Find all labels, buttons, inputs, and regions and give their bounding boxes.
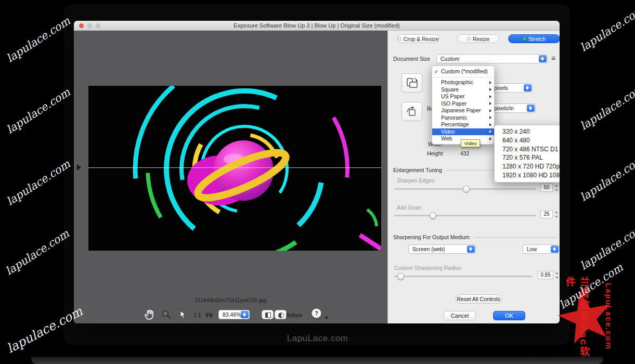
split-view-button[interactable] (262, 310, 274, 319)
zoom-level-value: 83.46% (223, 311, 241, 318)
submenu-item[interactable]: 640 x 480 (495, 136, 560, 145)
sharpen-edges-label: Sharpen Edges (397, 177, 434, 184)
sharpening-radius-slider-handle[interactable] (397, 273, 404, 280)
sharpen-amount-dropdown[interactable]: Low (523, 244, 560, 254)
watermark-text: lapulace.com (578, 159, 635, 203)
checkmark-icon: ✓ (434, 68, 438, 75)
resolution-units-dropdown[interactable]: pixels/in (490, 103, 536, 113)
side-by-side-view-button[interactable] (275, 310, 287, 319)
menu-item-percentage[interactable]: Percentage (432, 121, 494, 128)
output-medium-stepper-icon[interactable] (467, 245, 475, 253)
add-grain-label: Add Grain (397, 204, 421, 211)
submenu-arrow-icon (489, 102, 491, 105)
reset-all-controls-button[interactable]: Reset All Controls (455, 294, 502, 304)
split-preview-line[interactable] (88, 167, 381, 168)
tab-label: Crop & Resize (404, 36, 439, 42)
app-window: Exposure Software Blow Up 3 | Blow Up | … (74, 21, 560, 323)
split-square-icon (265, 313, 271, 318)
fit-zoom-button[interactable]: Fit (206, 312, 213, 318)
submenu-item[interactable]: 320 x 240 (495, 127, 560, 136)
resolution-units-value: pixels/in (494, 105, 514, 111)
video-submenu: 320 x 240 640 x 480 720 x 486 NTSC D1 72… (494, 125, 560, 183)
sharpen-edges-slider[interactable] (394, 188, 536, 190)
menu-item-photographic[interactable]: Photographic (432, 79, 494, 86)
submenu-arrow-icon (489, 137, 491, 140)
cancel-button[interactable]: Cancel (444, 311, 476, 320)
add-grain-slider-handle[interactable] (430, 212, 436, 219)
sharpen-amount-stepper-icon[interactable] (551, 245, 559, 253)
tab-crop-resize[interactable]: Crop & Resize (397, 34, 439, 43)
menu-item-iso-paper[interactable]: ISO Paper (432, 100, 494, 108)
sharpen-edges-stepper-icon[interactable] (554, 184, 559, 192)
swap-orientation-button[interactable] (401, 73, 422, 93)
add-grain-stepper-icon[interactable] (554, 211, 559, 218)
submenu-arrow-icon (489, 130, 491, 133)
menu-item-label: Custom (*modified) (441, 68, 488, 74)
submenu-arrow-icon (489, 123, 491, 126)
menu-item-label: Percentage (441, 121, 469, 127)
submenu-arrow-icon (489, 81, 491, 84)
watermark-text: lapulace.com (4, 20, 63, 64)
menu-item-label: Square (441, 86, 459, 93)
swap-orientation-icon (405, 76, 419, 90)
menu-item-label: Web (441, 135, 452, 141)
output-medium-dropdown[interactable]: Screen (web) (408, 244, 476, 254)
titlebar[interactable]: Exposure Software Blow Up 3 | Blow Up | … (74, 21, 560, 31)
menu-item-panoramic[interactable]: Panoramic (432, 114, 494, 122)
units-dropdown[interactable]: pixels (490, 83, 533, 93)
zoom-level-dropdown[interactable]: 83.46% (218, 310, 250, 319)
menu-item-label: Panoramic (441, 114, 467, 121)
preset-menu-icon[interactable]: ≡ (551, 55, 555, 62)
submenu-item[interactable]: 1920 x 1080 HD 108 (495, 171, 560, 180)
add-grain-value[interactable]: 25 (540, 210, 553, 218)
resolution-stepper-icon[interactable] (527, 105, 535, 112)
document-size-value: Custom (440, 56, 459, 62)
split-line-handle[interactable] (77, 164, 81, 171)
menu-item-custom[interactable]: ✓ Custom (*modified) (432, 68, 494, 75)
units-stepper-icon[interactable] (524, 84, 532, 92)
menu-item-japanese-paper[interactable]: Japanese Paper (432, 107, 494, 114)
rotate-dimensions-button[interactable] (401, 102, 422, 121)
units-value: pixels (494, 85, 508, 91)
height-label: Height (427, 150, 443, 157)
document-size-dropdown[interactable]: Custom (436, 54, 548, 63)
menu-item-label: US Paper (441, 93, 465, 99)
menu-item-square[interactable]: Square (432, 86, 494, 94)
sharpen-edges-value[interactable]: 50 (540, 184, 553, 192)
video-tooltip: Video (461, 139, 480, 147)
section-divider (474, 237, 557, 238)
enlargement-tuning-header: Enlargement Tuning (393, 167, 442, 173)
pointer-tool-icon[interactable] (178, 310, 188, 321)
height-value[interactable]: 432 (460, 150, 470, 157)
menu-item-label: Photographic (441, 79, 473, 85)
submenu-item[interactable]: 1280 x 720 HD 720p (495, 162, 560, 171)
one-to-one-zoom-button[interactable]: 1:1 (193, 312, 201, 318)
tab-stretch[interactable]: Stretch (508, 34, 560, 43)
sharpen-amount-value: Low (527, 246, 537, 252)
ok-button[interactable]: OK (493, 311, 525, 320)
tab-resize[interactable]: Resize (457, 34, 499, 43)
watermark-text: lapulace.com (4, 163, 63, 207)
add-grain-slider[interactable] (394, 215, 536, 216)
filename-label: 111444io2so71h11yok21h.jpg (74, 297, 387, 303)
menu-item-us-paper[interactable]: US Paper (432, 93, 494, 100)
submenu-item[interactable]: 720 x 486 NTSC D1 (495, 145, 560, 154)
submenu-arrow-icon (489, 116, 491, 119)
preview-image (88, 86, 381, 251)
menu-item-video[interactable]: Video (432, 128, 494, 136)
hand-tool-icon[interactable] (144, 309, 155, 322)
document-size-label: Document Size (393, 56, 430, 62)
submenu-item[interactable]: 720 x 576 PAL (495, 153, 560, 162)
watermark-text: lapulace.com (578, 228, 635, 272)
laptop-base (31, 357, 603, 364)
sharpening-radius-slider[interactable] (394, 276, 532, 277)
zoom-stepper-icon[interactable] (241, 311, 249, 318)
help-dropdown-arrow-icon[interactable] (325, 317, 328, 319)
document-size-stepper-icon[interactable] (539, 55, 547, 62)
sharpen-edges-slider-handle[interactable] (463, 186, 470, 192)
submenu-arrow-icon (489, 109, 491, 112)
help-button[interactable]: ? (312, 308, 321, 318)
zoom-tool-icon[interactable] (161, 309, 172, 322)
menu-item-label: Video (441, 128, 455, 135)
radio-circle-icon (398, 37, 401, 41)
